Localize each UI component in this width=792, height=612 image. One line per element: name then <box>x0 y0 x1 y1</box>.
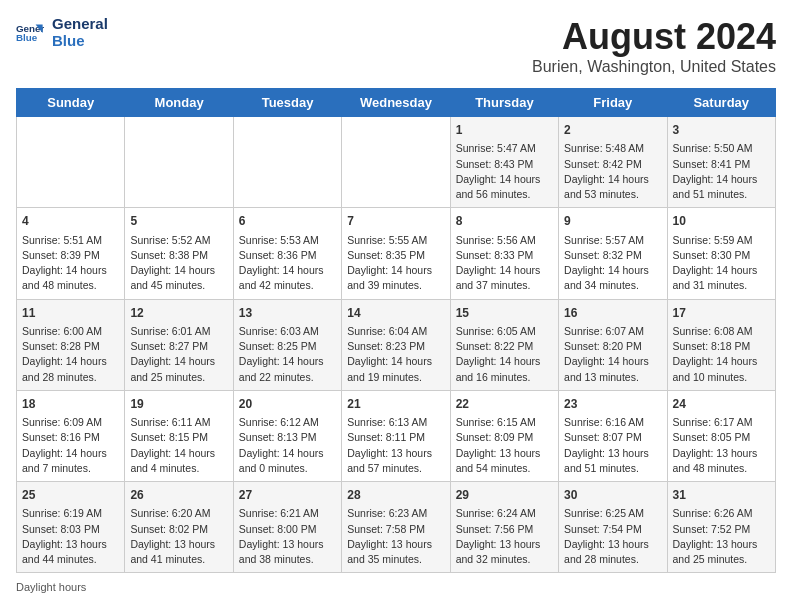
day-content: and 0 minutes. <box>239 461 336 476</box>
day-content: and 37 minutes. <box>456 278 553 293</box>
day-content: Sunrise: 5:51 AM <box>22 233 119 248</box>
day-number: 16 <box>564 305 661 322</box>
day-content: Sunset: 8:07 PM <box>564 430 661 445</box>
day-content: Daylight: 14 hours <box>673 263 770 278</box>
day-content: Sunrise: 6:08 AM <box>673 324 770 339</box>
day-content: and 16 minutes. <box>456 370 553 385</box>
day-number: 14 <box>347 305 444 322</box>
day-content: Sunset: 8:42 PM <box>564 157 661 172</box>
calendar-cell: 29Sunrise: 6:24 AMSunset: 7:56 PMDayligh… <box>450 482 558 573</box>
day-header: Monday <box>125 89 233 117</box>
logo: General Blue General Blue <box>16 16 108 49</box>
day-content: and 41 minutes. <box>130 552 227 567</box>
calendar-cell: 16Sunrise: 6:07 AMSunset: 8:20 PMDayligh… <box>559 299 667 390</box>
calendar-cell <box>342 117 450 208</box>
day-content: Sunset: 8:16 PM <box>22 430 119 445</box>
day-content: Sunset: 8:15 PM <box>130 430 227 445</box>
day-number: 17 <box>673 305 770 322</box>
calendar-cell: 26Sunrise: 6:20 AMSunset: 8:02 PMDayligh… <box>125 482 233 573</box>
day-content: Daylight: 13 hours <box>239 537 336 552</box>
calendar-cell: 13Sunrise: 6:03 AMSunset: 8:25 PMDayligh… <box>233 299 341 390</box>
calendar-cell: 5Sunrise: 5:52 AMSunset: 8:38 PMDaylight… <box>125 208 233 299</box>
day-number: 31 <box>673 487 770 504</box>
day-number: 13 <box>239 305 336 322</box>
day-content: Sunset: 8:39 PM <box>22 248 119 263</box>
day-content: Daylight: 14 hours <box>239 446 336 461</box>
day-number: 27 <box>239 487 336 504</box>
day-content: Sunset: 8:18 PM <box>673 339 770 354</box>
day-content: Daylight: 14 hours <box>347 263 444 278</box>
calendar-cell: 3Sunrise: 5:50 AMSunset: 8:41 PMDaylight… <box>667 117 775 208</box>
day-content: Sunrise: 6:04 AM <box>347 324 444 339</box>
day-content: and 51 minutes. <box>673 187 770 202</box>
day-content: Sunset: 7:58 PM <box>347 522 444 537</box>
day-content: Sunset: 8:20 PM <box>564 339 661 354</box>
day-number: 6 <box>239 213 336 230</box>
day-content: Daylight: 14 hours <box>456 354 553 369</box>
day-header: Friday <box>559 89 667 117</box>
day-content: Daylight: 14 hours <box>564 172 661 187</box>
day-content: Daylight: 13 hours <box>456 446 553 461</box>
day-content: Sunset: 8:03 PM <box>22 522 119 537</box>
day-content: and 48 minutes. <box>22 278 119 293</box>
day-content: and 57 minutes. <box>347 461 444 476</box>
day-content: Sunrise: 5:57 AM <box>564 233 661 248</box>
day-content: and 28 minutes. <box>564 552 661 567</box>
day-number: 11 <box>22 305 119 322</box>
day-content: Sunrise: 5:59 AM <box>673 233 770 248</box>
day-content: Daylight: 14 hours <box>456 263 553 278</box>
calendar-week-row: 11Sunrise: 6:00 AMSunset: 8:28 PMDayligh… <box>17 299 776 390</box>
day-content: and 7 minutes. <box>22 461 119 476</box>
daylight-label: Daylight hours <box>16 581 86 593</box>
day-number: 19 <box>130 396 227 413</box>
calendar-cell: 6Sunrise: 5:53 AMSunset: 8:36 PMDaylight… <box>233 208 341 299</box>
calendar-cell: 15Sunrise: 6:05 AMSunset: 8:22 PMDayligh… <box>450 299 558 390</box>
day-content: and 19 minutes. <box>347 370 444 385</box>
day-content: Daylight: 14 hours <box>130 263 227 278</box>
day-content: and 53 minutes. <box>564 187 661 202</box>
calendar-cell <box>125 117 233 208</box>
legend: Daylight hours <box>16 581 776 593</box>
calendar-cell: 23Sunrise: 6:16 AMSunset: 8:07 PMDayligh… <box>559 390 667 481</box>
day-content: Sunset: 8:28 PM <box>22 339 119 354</box>
day-number: 7 <box>347 213 444 230</box>
day-header: Saturday <box>667 89 775 117</box>
day-number: 23 <box>564 396 661 413</box>
day-number: 20 <box>239 396 336 413</box>
day-content: Sunset: 8:11 PM <box>347 430 444 445</box>
day-content: and 48 minutes. <box>673 461 770 476</box>
day-header: Thursday <box>450 89 558 117</box>
calendar-cell <box>233 117 341 208</box>
day-content: Sunset: 8:33 PM <box>456 248 553 263</box>
day-content: and 45 minutes. <box>130 278 227 293</box>
day-content: Sunrise: 6:16 AM <box>564 415 661 430</box>
day-content: Daylight: 13 hours <box>456 537 553 552</box>
day-content: Daylight: 14 hours <box>673 354 770 369</box>
day-content: and 22 minutes. <box>239 370 336 385</box>
day-number: 8 <box>456 213 553 230</box>
calendar-cell: 18Sunrise: 6:09 AMSunset: 8:16 PMDayligh… <box>17 390 125 481</box>
day-content: Sunrise: 6:01 AM <box>130 324 227 339</box>
calendar-cell: 11Sunrise: 6:00 AMSunset: 8:28 PMDayligh… <box>17 299 125 390</box>
day-content: and 42 minutes. <box>239 278 336 293</box>
day-number: 5 <box>130 213 227 230</box>
calendar-cell: 10Sunrise: 5:59 AMSunset: 8:30 PMDayligh… <box>667 208 775 299</box>
day-number: 4 <box>22 213 119 230</box>
day-number: 25 <box>22 487 119 504</box>
day-content: Sunrise: 5:53 AM <box>239 233 336 248</box>
day-content: and 13 minutes. <box>564 370 661 385</box>
day-content: Sunrise: 6:00 AM <box>22 324 119 339</box>
day-content: and 28 minutes. <box>22 370 119 385</box>
calendar-cell: 20Sunrise: 6:12 AMSunset: 8:13 PMDayligh… <box>233 390 341 481</box>
day-content: Daylight: 14 hours <box>564 354 661 369</box>
day-content: Daylight: 14 hours <box>22 446 119 461</box>
day-content: Daylight: 14 hours <box>239 354 336 369</box>
calendar-cell <box>17 117 125 208</box>
day-content: Sunset: 8:22 PM <box>456 339 553 354</box>
day-content: Daylight: 13 hours <box>564 446 661 461</box>
day-content: Sunset: 7:52 PM <box>673 522 770 537</box>
day-content: Sunrise: 6:20 AM <box>130 506 227 521</box>
calendar-week-row: 1Sunrise: 5:47 AMSunset: 8:43 PMDaylight… <box>17 117 776 208</box>
calendar-cell: 31Sunrise: 6:26 AMSunset: 7:52 PMDayligh… <box>667 482 775 573</box>
calendar-cell: 9Sunrise: 5:57 AMSunset: 8:32 PMDaylight… <box>559 208 667 299</box>
